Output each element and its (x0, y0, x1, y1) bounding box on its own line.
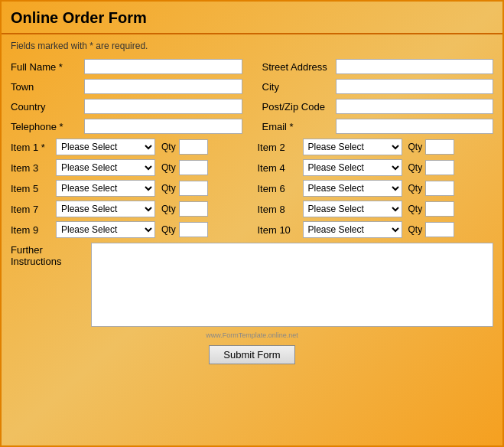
item7-qty-label: Qty (161, 204, 176, 214)
item3-label: Item 3 (11, 162, 53, 174)
submit-button[interactable]: Submit Form (209, 345, 294, 364)
further-instructions-textarea[interactable] (91, 243, 493, 327)
submit-row: Submit Form (11, 345, 493, 369)
city-group: City (262, 79, 494, 94)
telephone-input[interactable] (84, 119, 242, 134)
row-town-city: Town City (11, 79, 493, 94)
item10-qty-input[interactable] (425, 222, 454, 237)
item-row-1-2: Item 1 * Please Select Qty Item 2 Please… (11, 139, 493, 155)
item9-qty-input[interactable] (179, 222, 208, 237)
town-label: Town (11, 81, 80, 93)
item1-group: Item 1 * Please Select Qty (11, 139, 247, 155)
item9-group: Item 9 Please Select Qty (11, 221, 247, 238)
postzip-label: Post/Zip Code (262, 101, 331, 113)
required-note: Fields marked with * are required. (11, 41, 493, 51)
form-body: Fields marked with * are required. Full … (2, 34, 502, 377)
item2-group: Item 2 Please Select Qty (258, 139, 494, 155)
item4-select[interactable]: Please Select (303, 159, 402, 176)
country-input[interactable] (84, 99, 242, 114)
form-container: Online Order Form Fields marked with * a… (0, 0, 504, 447)
postzip-input[interactable] (336, 99, 494, 114)
item2-select[interactable]: Please Select (303, 139, 402, 155)
item4-qty-label: Qty (408, 162, 423, 173)
further-instructions-row: Further Instructions (11, 243, 493, 327)
footer-note: www.FormTemplate.online.net (11, 331, 493, 339)
item2-label: Item 2 (258, 142, 300, 153)
item8-qty-label: Qty (408, 204, 423, 214)
row-fullname-streetaddress: Full Name * Street Address (11, 59, 493, 74)
item3-select[interactable]: Please Select (56, 159, 155, 176)
country-label: Country (11, 101, 80, 113)
streetaddress-label: Street Address (262, 61, 331, 73)
item1-qty-input[interactable] (179, 139, 208, 155)
country-group: Country (11, 99, 242, 114)
row-telephone-email: Telephone * Email * (11, 119, 493, 134)
item7-select[interactable]: Please Select (56, 201, 155, 217)
item2-qty-label: Qty (408, 142, 423, 152)
item-row-3-4: Item 3 Please Select Qty Item 4 Please S… (11, 159, 493, 176)
item1-select[interactable]: Please Select (56, 139, 155, 155)
city-input[interactable] (336, 79, 494, 94)
item7-qty-input[interactable] (179, 201, 208, 217)
item3-qty-label: Qty (161, 162, 176, 173)
item1-qty-label: Qty (161, 142, 176, 152)
streetaddress-group: Street Address (262, 59, 494, 74)
item5-select[interactable]: Please Select (56, 180, 155, 197)
item5-qty-input[interactable] (179, 181, 208, 196)
item6-group: Item 6 Please Select Qty (258, 180, 494, 197)
item8-select[interactable]: Please Select (303, 201, 402, 217)
item9-select[interactable]: Please Select (56, 221, 155, 238)
item8-group: Item 8 Please Select Qty (258, 201, 494, 217)
item6-qty-input[interactable] (425, 181, 454, 196)
item10-group: Item 10 Please Select Qty (258, 221, 494, 238)
item6-qty-label: Qty (408, 183, 423, 194)
item4-group: Item 4 Please Select Qty (258, 159, 494, 176)
row-country-postzip: Country Post/Zip Code (11, 99, 493, 114)
item8-label: Item 8 (258, 204, 300, 215)
streetaddress-input[interactable] (336, 59, 494, 74)
item6-label: Item 6 (258, 183, 300, 194)
fullname-input[interactable] (84, 59, 242, 74)
town-group: Town (11, 79, 242, 94)
item-row-9-10: Item 9 Please Select Qty Item 10 Please … (11, 221, 493, 238)
item9-qty-label: Qty (161, 224, 176, 235)
item6-select[interactable]: Please Select (303, 180, 402, 197)
item5-label: Item 5 (11, 183, 53, 194)
item10-label: Item 10 (258, 224, 300, 236)
item3-group: Item 3 Please Select Qty (11, 159, 247, 176)
postzip-group: Post/Zip Code (262, 99, 494, 114)
item7-label: Item 7 (11, 204, 53, 215)
form-title: Online Order Form (11, 9, 147, 26)
email-label: Email * (262, 121, 331, 132)
fullname-label: Full Name * (11, 61, 80, 73)
item3-qty-input[interactable] (179, 160, 208, 175)
city-label: City (262, 81, 331, 93)
item10-select[interactable]: Please Select (303, 221, 402, 238)
item-row-7-8: Item 7 Please Select Qty Item 8 Please S… (11, 201, 493, 217)
item-row-5-6: Item 5 Please Select Qty Item 6 Please S… (11, 180, 493, 197)
item4-qty-input[interactable] (425, 160, 454, 175)
telephone-label: Telephone * (11, 121, 80, 132)
item1-label: Item 1 * (11, 142, 53, 153)
item5-group: Item 5 Please Select Qty (11, 180, 247, 197)
fullname-group: Full Name * (11, 59, 242, 74)
email-input[interactable] (336, 119, 494, 134)
item9-label: Item 9 (11, 224, 53, 236)
item10-qty-label: Qty (408, 224, 423, 235)
town-input[interactable] (84, 79, 242, 94)
further-instructions-label: Further Instructions (11, 243, 91, 267)
item2-qty-input[interactable] (425, 139, 454, 155)
form-header: Online Order Form (2, 2, 502, 34)
item8-qty-input[interactable] (425, 201, 454, 217)
item5-qty-label: Qty (161, 183, 176, 194)
telephone-group: Telephone * (11, 119, 242, 134)
item7-group: Item 7 Please Select Qty (11, 201, 247, 217)
email-group: Email * (262, 119, 494, 134)
item4-label: Item 4 (258, 162, 300, 174)
